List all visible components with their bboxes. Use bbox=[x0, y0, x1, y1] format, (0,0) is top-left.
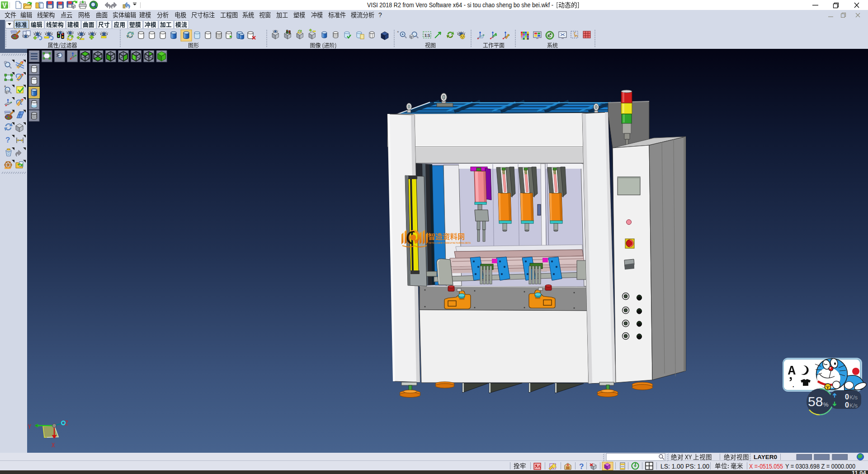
svg-text:K/s: K/s bbox=[849, 403, 858, 409]
svg-text:LS: 1.00 PS: 1.00: LS: 1.00 PS: 1.00 bbox=[660, 463, 709, 470]
svg-text:±: ± bbox=[4, 84, 6, 88]
svg-text:?: ? bbox=[378, 11, 382, 19]
svg-text:X =-0515.055: X =-0515.055 bbox=[749, 463, 783, 470]
svg-text:LAYER0: LAYER0 bbox=[754, 454, 777, 460]
svg-text:0: 0 bbox=[845, 401, 849, 409]
svg-text:Y = 0303.698 Z = 0000.000: Y = 0303.698 Z = 0000.000 bbox=[785, 463, 855, 470]
svg-text:K/s: K/s bbox=[849, 394, 858, 401]
svg-text:0: 0 bbox=[845, 393, 849, 401]
svg-text:.: . bbox=[792, 379, 795, 389]
svg-text:%: % bbox=[823, 401, 829, 408]
svg-text:?: ? bbox=[579, 462, 584, 471]
svg-text:1:1: 1:1 bbox=[425, 33, 430, 38]
svg-text:VISI 2018 R2 from Vero Softwar: VISI 2018 R2 from Vero Software x64 - si… bbox=[367, 2, 553, 9]
svg-text:58: 58 bbox=[808, 394, 823, 409]
svg-text:11.04: 11.04 bbox=[852, 469, 867, 474]
svg-text:+: + bbox=[397, 30, 399, 34]
svg-text:?: ? bbox=[5, 136, 10, 144]
